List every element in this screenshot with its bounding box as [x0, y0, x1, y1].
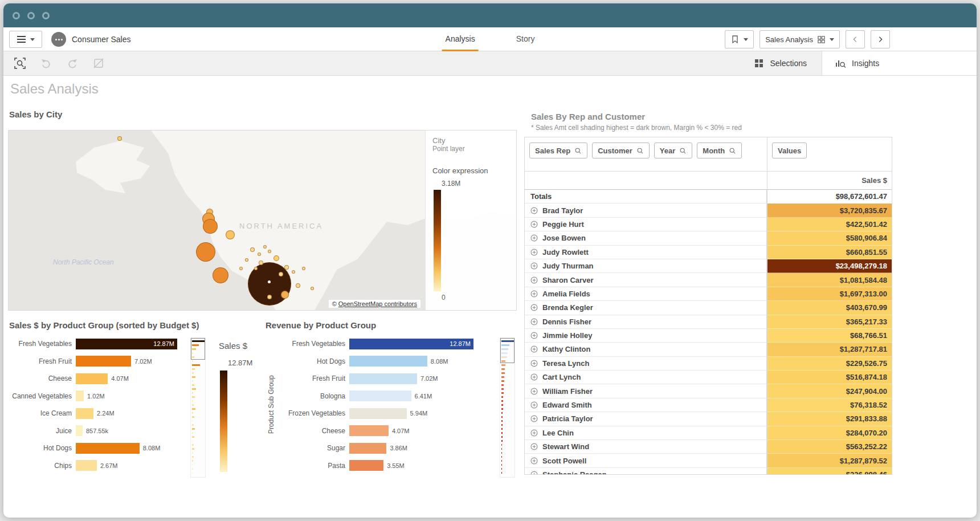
- sales-value-cell[interactable]: $76,318.52: [767, 398, 892, 412]
- row-header-cell[interactable]: Amelia Fields: [525, 287, 767, 301]
- row-header-cell[interactable]: Judy Thurman: [525, 259, 767, 273]
- row-header-cell[interactable]: Scott Powell: [525, 454, 767, 467]
- city-bubble[interactable]: [203, 219, 218, 234]
- row-header-cell[interactable]: Edward Smith: [525, 398, 767, 412]
- row-header-cell[interactable]: Patricia Taylor: [525, 412, 767, 426]
- city-bubble[interactable]: [250, 247, 255, 252]
- insights-button[interactable]: Insights: [822, 51, 977, 75]
- expand-icon[interactable]: [530, 401, 538, 409]
- expand-icon[interactable]: [530, 276, 538, 284]
- bar[interactable]: [76, 408, 93, 419]
- bar[interactable]: [76, 460, 97, 471]
- bar[interactable]: [76, 443, 140, 454]
- sales-value-cell[interactable]: $580,906.84: [767, 231, 892, 245]
- city-bubble[interactable]: [281, 291, 289, 299]
- sales-value-cell[interactable]: $98,672,601.47: [767, 190, 892, 203]
- pivot-dim-month[interactable]: Month: [697, 143, 742, 158]
- row-header-cell[interactable]: Cart Lynch: [525, 371, 767, 384]
- attribution-link[interactable]: OpenStreetMap contributors: [338, 300, 417, 307]
- window-control-icon[interactable]: [27, 12, 35, 19]
- bookmark-button[interactable]: [725, 30, 754, 48]
- row-header-cell[interactable]: Dennis Fisher: [525, 315, 767, 329]
- city-bubble[interactable]: [258, 253, 261, 256]
- expand-icon[interactable]: [530, 443, 538, 450]
- sales-value-cell[interactable]: $403,670.99: [767, 301, 892, 315]
- search-icon[interactable]: [574, 147, 582, 154]
- sales-value-cell[interactable]: $23,498,279.18: [767, 259, 892, 273]
- window-control-icon[interactable]: [13, 12, 20, 19]
- pivot-dim-year[interactable]: Year: [654, 143, 692, 158]
- expand-icon[interactable]: [530, 415, 538, 422]
- window-control-icon[interactable]: [42, 12, 50, 19]
- row-header-cell[interactable]: Judy Rowlett: [525, 246, 767, 259]
- expand-icon[interactable]: [530, 388, 538, 395]
- city-bubble[interactable]: [239, 267, 243, 270]
- row-header-cell[interactable]: Brad Taylor: [525, 203, 767, 217]
- row-header-cell[interactable]: Totals: [525, 190, 767, 203]
- sales-column-header[interactable]: Sales $: [767, 172, 892, 190]
- city-bubble[interactable]: [259, 260, 263, 265]
- smart-search-button[interactable]: [9, 55, 31, 72]
- bar[interactable]: [76, 390, 84, 401]
- sales-value-cell[interactable]: $422,501.42: [767, 218, 892, 231]
- bar[interactable]: [349, 373, 417, 384]
- expand-icon[interactable]: [530, 471, 538, 475]
- expand-icon[interactable]: [530, 221, 538, 228]
- global-menu-button[interactable]: [9, 31, 42, 48]
- city-bubble[interactable]: [268, 250, 271, 253]
- sales-by-city-map[interactable]: NORTH AMERICA North Pacific Ocean City P…: [8, 130, 517, 311]
- bar[interactable]: [349, 356, 427, 367]
- expand-icon[interactable]: [530, 262, 538, 270]
- expand-icon[interactable]: [530, 207, 538, 214]
- bar[interactable]: [349, 408, 407, 419]
- tab-analysis[interactable]: Analysis: [442, 27, 479, 51]
- row-header-cell[interactable]: Jimmie Holley: [525, 329, 767, 343]
- sales-value-cell[interactable]: $660,851.55: [767, 246, 892, 259]
- bar[interactable]: [76, 373, 108, 384]
- expand-icon[interactable]: [530, 290, 538, 298]
- city-bubble[interactable]: [117, 136, 122, 141]
- row-header-cell[interactable]: William Fisher: [525, 384, 767, 398]
- city-bubble[interactable]: [267, 295, 272, 299]
- city-bubble[interactable]: [226, 230, 235, 239]
- city-bubble[interactable]: [213, 267, 228, 283]
- city-bubble[interactable]: [284, 265, 289, 270]
- sales-value-cell[interactable]: $1,287,717.81: [767, 343, 892, 356]
- row-header-cell[interactable]: Peggie Hurt: [525, 218, 767, 231]
- city-bubble[interactable]: [254, 267, 258, 270]
- step-back-button[interactable]: [35, 55, 57, 72]
- sales-value-cell[interactable]: $1,287,879.52: [767, 454, 892, 467]
- expand-icon[interactable]: [530, 457, 538, 465]
- expand-icon[interactable]: [530, 360, 538, 367]
- sales-value-cell[interactable]: $68,766.51: [767, 329, 892, 343]
- row-header-cell[interactable]: Jose Bowen: [525, 231, 767, 245]
- row-header-cell[interactable]: Brenda Kegler: [525, 301, 767, 315]
- row-header-cell[interactable]: Stephanie Reagan: [525, 468, 767, 475]
- bar[interactable]: [349, 443, 386, 454]
- chart1-navigator[interactable]: [190, 337, 206, 478]
- sales-value-cell[interactable]: $365,217.33: [767, 315, 892, 329]
- pivot-values-chip[interactable]: Values: [772, 143, 807, 158]
- city-bubble[interactable]: [311, 287, 314, 290]
- bar[interactable]: [76, 356, 131, 367]
- expand-icon[interactable]: [530, 304, 538, 311]
- expand-icon[interactable]: [530, 318, 538, 325]
- search-icon[interactable]: [729, 147, 736, 154]
- expand-icon[interactable]: [530, 429, 538, 437]
- city-bubble[interactable]: [279, 272, 283, 276]
- search-icon[interactable]: [679, 147, 687, 154]
- sales-value-cell[interactable]: $284,070.20: [767, 426, 892, 440]
- sales-value-cell[interactable]: $3,720,835.67: [767, 203, 892, 217]
- sales-value-cell[interactable]: $291,833.88: [767, 412, 892, 426]
- bar[interactable]: [349, 425, 389, 436]
- tab-story[interactable]: Story: [513, 27, 538, 51]
- pivot-dim-customer[interactable]: Customer: [592, 143, 650, 158]
- sheet-selector[interactable]: Sales Analysis: [760, 30, 840, 48]
- city-bubble[interactable]: [273, 255, 279, 261]
- selections-button[interactable]: Selections: [739, 51, 822, 75]
- chart2-navigator[interactable]: [500, 337, 515, 478]
- bar[interactable]: 12.87M: [76, 339, 177, 349]
- row-header-cell[interactable]: Lee Chin: [525, 426, 767, 440]
- city-bubble[interactable]: [296, 283, 300, 288]
- sales-value-cell[interactable]: $563,252.22: [767, 440, 892, 454]
